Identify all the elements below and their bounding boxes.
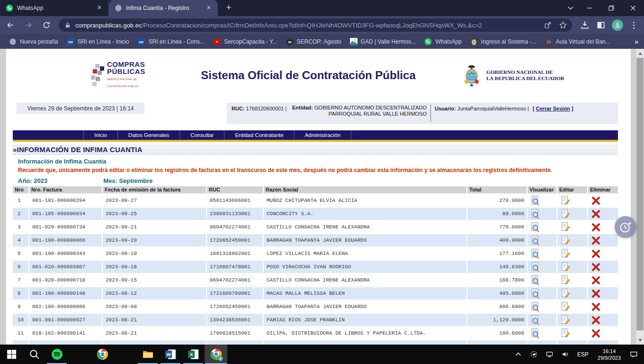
- month-label: Mes: Septiembre: [103, 177, 152, 184]
- side-panel-icon[interactable]: [596, 20, 606, 30]
- bookmark-sri-en-linea-inicio[interactable]: SRISRI en Línea - Inicio: [63, 36, 134, 47]
- cell-total: 149.6300: [467, 261, 527, 273]
- taskbar-chrome-profile-app[interactable]: [205, 345, 227, 364]
- bookmark-sercopcapacita-y[interactable]: SercopCapacita - Y...: [209, 36, 281, 47]
- taskbar-search-button[interactable]: [23, 345, 45, 364]
- bookmark-sri-en-linea-cons[interactable]: SRISRI en Línea - Cons...: [133, 36, 209, 47]
- edit-document-icon[interactable]: [561, 222, 570, 232]
- delete-icon[interactable]: [591, 209, 600, 218]
- tab-close-icon[interactable]: ✕: [95, 4, 104, 12]
- language-indicator[interactable]: ESP: [577, 351, 589, 358]
- delete-icon[interactable]: [591, 236, 600, 245]
- network-display-icon[interactable]: [546, 350, 554, 358]
- edit-document-icon[interactable]: [561, 235, 570, 246]
- view-document-icon[interactable]: [531, 195, 540, 206]
- tab-close-icon[interactable]: ✕: [205, 4, 213, 12]
- volume-icon[interactable]: [561, 350, 569, 358]
- taskbar-word-app[interactable]: W: [159, 345, 182, 364]
- cell-ruc: 1801316892001: [207, 247, 263, 260]
- view-document-icon[interactable]: [531, 315, 540, 325]
- view-document-icon[interactable]: [531, 248, 540, 259]
- menu-item-entidad-contratante[interactable]: Entidad Contratante: [224, 130, 294, 140]
- view-document-icon[interactable]: [531, 275, 540, 285]
- scroll-down-icon[interactable]: [636, 336, 644, 344]
- minimize-button[interactable]: [579, 0, 600, 16]
- reload-icon[interactable]: [39, 18, 54, 33]
- edit-document-icon[interactable]: [561, 262, 570, 272]
- notice-text: Recuerde que, únicamente podrá editar o …: [18, 166, 591, 174]
- delete-icon[interactable]: [591, 196, 600, 205]
- menu-item-inicio[interactable]: Inicio: [84, 130, 118, 140]
- taskbar-edge-app[interactable]: [68, 345, 91, 364]
- delete-icon[interactable]: [591, 316, 600, 325]
- notification-center-icon[interactable]: [629, 350, 638, 358]
- edit-document-icon[interactable]: [561, 315, 570, 325]
- delete-icon[interactable]: [591, 289, 600, 298]
- lock-icon[interactable]: [64, 22, 71, 28]
- menu-item-consultar[interactable]: Consultar: [180, 130, 224, 140]
- screen-time-clock-widget[interactable]: [615, 216, 636, 238]
- clock-display[interactable]: 16:14 29/9/2023: [598, 348, 621, 361]
- edit-document-icon[interactable]: [561, 328, 570, 338]
- taskbar-chrome-app[interactable]: [91, 345, 114, 364]
- column-header-visualizar: Visualizar: [528, 186, 556, 193]
- profile-avatar[interactable]: [612, 19, 623, 31]
- bookmark-nueva-pestana[interactable]: Nueva pestaña: [5, 36, 63, 47]
- bookmark-aula-virtual-del-ban[interactable]: inAula Virtual del Ban...: [541, 36, 615, 47]
- taskbar-explorer-app[interactable]: [136, 345, 159, 364]
- bookmark-gad-valle-hermos[interactable]: GAD | Valle Hermos...: [346, 36, 420, 47]
- share-icon[interactable]: [544, 21, 552, 29]
- whatsapp-icon: [424, 38, 432, 46]
- cell-action: [528, 261, 556, 273]
- delete-icon[interactable]: [591, 249, 600, 258]
- datetime-display: Viernes 29 de Septiembre de 2023 | 16:14: [17, 103, 144, 114]
- delete-icon[interactable]: [591, 329, 600, 338]
- screen-recorder-icon[interactable]: [530, 350, 538, 358]
- scrollbar-thumb[interactable]: [636, 58, 644, 330]
- delete-icon[interactable]: [591, 276, 600, 285]
- bookmark-whatsapp[interactable]: WhatsApp: [420, 36, 465, 47]
- tray-expand-icon[interactable]: [514, 350, 522, 358]
- taskbar-excel-app[interactable]: X: [182, 345, 205, 364]
- taskbar-firefox-app[interactable]: [114, 345, 136, 364]
- new-tab-button[interactable]: +: [222, 1, 236, 15]
- edit-document-icon[interactable]: [561, 195, 570, 206]
- delete-icon[interactable]: [591, 263, 600, 272]
- restore-button[interactable]: [600, 0, 622, 16]
- menu-item-administracion[interactable]: Administración: [295, 130, 351, 140]
- download-icon[interactable]: [580, 20, 590, 30]
- delete-icon[interactable]: [591, 223, 600, 232]
- bookmark-star-icon[interactable]: [559, 21, 567, 29]
- forward-icon[interactable]: [21, 18, 36, 33]
- edit-document-icon[interactable]: [561, 288, 570, 299]
- edit-document-icon[interactable]: [561, 301, 570, 312]
- bookmarks-overflow-icon[interactable]: »: [635, 38, 638, 46]
- close-button[interactable]: [622, 0, 644, 16]
- menu-item-datos-generales[interactable]: Datos Generales: [118, 130, 180, 140]
- delete-icon[interactable]: [591, 302, 600, 311]
- edit-document-icon[interactable]: [561, 248, 570, 259]
- logout-link[interactable]: Cerrar Sesión: [536, 106, 570, 111]
- taskbar-spotify-app[interactable]: [45, 345, 68, 364]
- scroll-up-icon[interactable]: [636, 49, 644, 57]
- edit-document-icon[interactable]: [561, 275, 570, 285]
- address-bar[interactable]: compraspublicas.gob.ec/ProcesoContrataci…: [59, 18, 572, 32]
- cell-factura: 001-001-000000027: [29, 314, 102, 326]
- tab-whatsapp[interactable]: WhatsApp ✕: [0, 0, 109, 16]
- view-document-icon[interactable]: [531, 328, 540, 338]
- page-scrollbar[interactable]: [636, 49, 644, 345]
- view-document-icon[interactable]: [531, 288, 540, 299]
- tab-search-icon[interactable]: [563, 0, 579, 16]
- view-document-icon[interactable]: [531, 262, 540, 272]
- bookmark-sercop-agosto[interactable]: mSERCOP: Agosto: [282, 36, 346, 47]
- bookmark-ingreso-al-sistema[interactable]: Ingreso al Sistema -...: [466, 36, 541, 47]
- view-document-icon[interactable]: [531, 222, 540, 232]
- menu-kebab-icon[interactable]: [630, 20, 637, 30]
- view-document-icon[interactable]: [531, 209, 540, 219]
- taskbar-start-button[interactable]: [0, 345, 23, 364]
- tab-infima-cuantia[interactable]: Infima Cuantía - Registro ✕: [109, 0, 218, 16]
- back-icon[interactable]: [3, 18, 18, 33]
- edit-document-icon[interactable]: [561, 209, 570, 219]
- view-document-icon[interactable]: [531, 235, 540, 246]
- view-document-icon[interactable]: [531, 301, 540, 312]
